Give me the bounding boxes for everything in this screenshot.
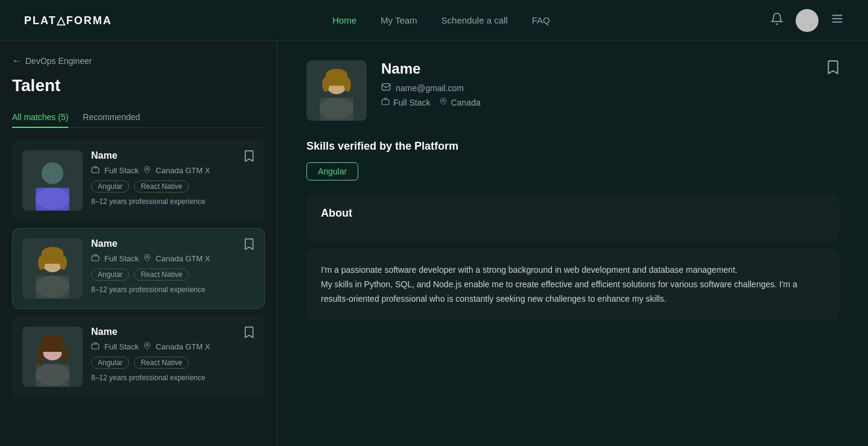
skill-react-native-3: React Native	[134, 357, 189, 369]
svg-point-26	[62, 346, 68, 365]
skill-angular-3: Angular	[91, 357, 129, 369]
candidate-photo-1	[22, 150, 83, 211]
detail-panel: Name name@gmail.com	[277, 41, 868, 446]
location-icon-1	[144, 165, 151, 176]
candidate-meta-2: Full Stack Canada GTM X	[91, 253, 255, 264]
svg-point-15	[38, 255, 45, 270]
svg-rect-12	[36, 276, 69, 299]
logo: PLAT△FORMA	[24, 14, 112, 27]
skill-angular-detail: Angular	[306, 162, 358, 180]
svg-rect-27	[92, 344, 99, 349]
svg-rect-37	[382, 84, 390, 91]
briefcase-icon-2	[91, 253, 100, 264]
location-icon-3	[144, 342, 151, 352]
candidate-meta-3: Full Stack Canada GTM X	[91, 342, 255, 352]
location-icon-2	[144, 253, 151, 264]
candidate-info-3: Name	[91, 327, 255, 382]
candidate-card-1[interactable]: Name	[12, 140, 265, 221]
candidate-location-3: Canada GTM X	[156, 342, 210, 351]
user-avatar[interactable]	[796, 9, 819, 32]
svg-rect-6	[36, 188, 69, 211]
navbar: PLAT△FORMA Home My Team Schendule a call…	[0, 0, 868, 41]
skill-tags-2: Angular React Native	[91, 269, 255, 281]
svg-point-4	[42, 162, 63, 184]
navbar-right	[770, 9, 844, 32]
back-label: DevOps Engineer	[25, 56, 92, 66]
bookmark-icon-2[interactable]	[244, 238, 255, 253]
about-box: About	[306, 195, 839, 241]
candidate-meta-1: Full Stack Canada GTM X	[91, 165, 255, 176]
skills-title: Skills verified by the Platform	[306, 140, 839, 153]
svg-point-8	[147, 168, 148, 170]
skill-tags-3: Angular React Native	[91, 357, 255, 369]
detail-country: Canada	[451, 98, 480, 107]
nav-my-team[interactable]: My Team	[381, 15, 417, 25]
bookmark-icon-1[interactable]	[244, 150, 255, 165]
svg-rect-17	[92, 256, 99, 261]
svg-point-25	[37, 346, 43, 365]
nav-home[interactable]: Home	[332, 15, 356, 25]
candidate-card-2[interactable]: Name	[12, 228, 265, 309]
detail-profile: Name name@gmail.com	[306, 60, 481, 121]
svg-rect-24	[42, 339, 63, 352]
svg-point-35	[322, 77, 329, 92]
candidate-location-1: Canada GTM X	[156, 166, 210, 175]
experience-1: 8–12 years professional experience	[91, 197, 255, 206]
svg-point-39	[443, 100, 445, 102]
candidate-photo-2	[22, 238, 83, 299]
svg-point-16	[60, 255, 67, 270]
location-icon-detail	[440, 97, 447, 107]
bell-icon[interactable]	[770, 12, 784, 28]
candidate-role-2: Full Stack	[104, 254, 139, 263]
candidate-photo-3	[22, 327, 83, 387]
sidebar: ← DevOps Engineer Talent All matches (5)…	[0, 41, 277, 446]
svg-rect-7	[92, 168, 99, 173]
skill-react-native-1: React Native	[134, 180, 189, 193]
candidate-name-1: Name	[91, 150, 118, 161]
detail-email: name@gmail.com	[381, 82, 481, 94]
detail-photo	[306, 60, 367, 121]
candidate-info-2: Name	[91, 238, 255, 294]
detail-location: Full Stack Canada	[381, 97, 481, 107]
tabs: All matches (5) Recommended	[12, 107, 265, 128]
nav-links: Home My Team Schendule a call FAQ	[332, 15, 550, 25]
svg-rect-38	[382, 100, 389, 104]
detail-name: Name	[381, 60, 481, 77]
hamburger-icon[interactable]	[831, 12, 844, 28]
tab-recommended[interactable]: Recommended	[83, 107, 140, 128]
skill-angular-2: Angular	[91, 269, 129, 281]
main-layout: ← DevOps Engineer Talent All matches (5)…	[0, 41, 868, 446]
sidebar-title: Talent	[12, 76, 265, 95]
about-title: About	[321, 207, 825, 220]
candidate-name-2: Name	[91, 238, 118, 249]
detail-role-item: Full Stack	[381, 97, 430, 107]
candidate-role-3: Full Stack	[104, 342, 139, 351]
back-link[interactable]: ← DevOps Engineer	[12, 56, 265, 66]
svg-rect-22	[36, 364, 69, 387]
candidate-name-3: Name	[91, 327, 118, 337]
svg-point-36	[344, 77, 351, 92]
candidate-location-2: Canada GTM X	[156, 254, 210, 263]
skills-section: Skills verified by the Platform Angular	[306, 140, 839, 180]
skill-angular-1: Angular	[91, 180, 129, 193]
svg-rect-32	[320, 98, 353, 121]
about-section: About I'm a passionate software develope…	[306, 195, 839, 320]
nav-schedule[interactable]: Schendule a call	[442, 15, 508, 25]
skill-react-native-2: React Native	[134, 269, 189, 281]
tab-all-matches[interactable]: All matches (5)	[12, 107, 68, 128]
briefcase-icon-detail	[381, 97, 390, 107]
bookmark-icon-3[interactable]	[244, 327, 255, 342]
back-arrow-icon: ←	[12, 56, 22, 66]
svg-point-18	[147, 256, 148, 258]
about-content: I'm a passionate software developer with…	[306, 249, 839, 320]
detail-role: Full Stack	[393, 98, 430, 107]
svg-point-28	[147, 345, 148, 346]
nav-faq[interactable]: FAQ	[532, 15, 550, 25]
skill-tags-1: Angular React Native	[91, 180, 255, 193]
experience-2: 8–12 years professional experience	[91, 285, 255, 294]
email-icon	[381, 82, 391, 94]
candidate-card-3[interactable]: Name	[12, 316, 265, 397]
detail-bookmark-icon[interactable]	[827, 60, 839, 78]
candidate-role-1: Full Stack	[104, 166, 139, 175]
detail-info: Name name@gmail.com	[381, 60, 481, 107]
